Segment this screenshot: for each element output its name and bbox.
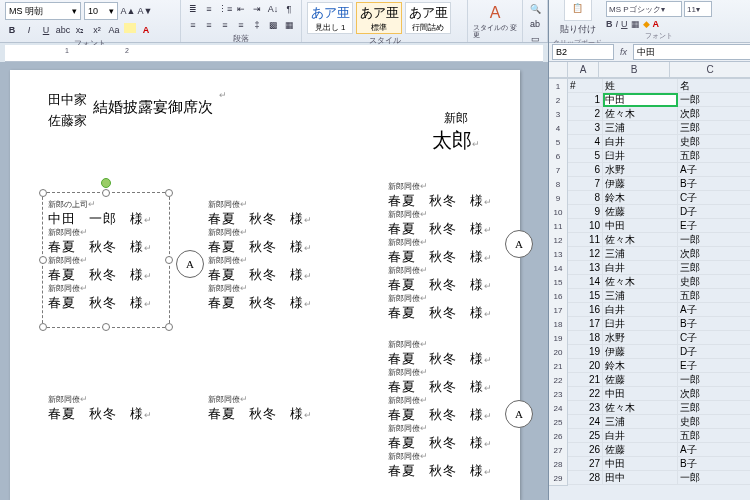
cell[interactable]: 一郎: [678, 471, 750, 485]
seating-table-1[interactable]: 新郎の上司↵中田 一郎 様↵新郎同僚↵春夏 秋冬 様↵新郎同僚↵春夏 秋冬 様↵…: [48, 200, 178, 312]
seating-table-2[interactable]: 新郎同僚↵春夏 秋冬 様↵新郎同僚↵春夏 秋冬 様↵新郎同僚↵春夏 秋冬 様↵新…: [208, 200, 338, 312]
shading-icon[interactable]: ▩: [266, 18, 280, 32]
cell[interactable]: 次郎: [678, 247, 750, 261]
cell[interactable]: 三浦: [603, 415, 678, 429]
cell[interactable]: 姓: [603, 79, 678, 93]
cell[interactable]: 中田: [603, 457, 678, 471]
multilevel-icon[interactable]: ⋮≡: [218, 2, 232, 16]
excel-font-size[interactable]: 11 ▾: [684, 1, 712, 17]
cell[interactable]: B子: [678, 457, 750, 471]
seating-table-4[interactable]: 新郎同僚↵春夏 秋冬 様↵新郎同僚↵春夏 秋冬 様↵新郎同僚↵春夏 秋冬 様↵新…: [388, 340, 518, 480]
cell[interactable]: 三郎: [678, 401, 750, 415]
align-left-icon[interactable]: ≡: [186, 18, 200, 32]
cell[interactable]: 佐々木: [603, 275, 678, 289]
row-header[interactable]: 9: [549, 191, 568, 206]
bullets-icon[interactable]: ≣: [186, 2, 200, 16]
row-header[interactable]: 5: [549, 135, 568, 150]
word-ruler[interactable]: 1 2: [5, 45, 543, 62]
excel-bold-button[interactable]: B: [606, 19, 613, 29]
formula-input[interactable]: 中田: [633, 44, 750, 60]
indent-dec-icon[interactable]: ⇤: [234, 2, 248, 16]
cell[interactable]: 水野: [603, 331, 678, 345]
cell[interactable]: 26: [568, 443, 603, 457]
row-header[interactable]: 1: [549, 79, 568, 94]
row-header[interactable]: 7: [549, 163, 568, 178]
seating-table-3[interactable]: 新郎同僚↵春夏 秋冬 様↵新郎同僚↵春夏 秋冬 様↵新郎同僚↵春夏 秋冬 様↵新…: [388, 182, 518, 322]
row-header[interactable]: 26: [549, 429, 568, 444]
cell[interactable]: 史郎: [678, 275, 750, 289]
cell[interactable]: 5: [568, 149, 603, 163]
row-header[interactable]: 14: [549, 261, 568, 276]
align-center-icon[interactable]: ≡: [202, 18, 216, 32]
table-marker-a3[interactable]: A: [505, 400, 533, 428]
cell[interactable]: 五郎: [678, 429, 750, 443]
cell[interactable]: 三浦: [603, 247, 678, 261]
change-styles-icon[interactable]: A: [490, 4, 501, 22]
excel-italic-button[interactable]: I: [616, 19, 619, 29]
font-size-select[interactable]: 10▾: [84, 2, 118, 20]
cell[interactable]: 伊藤: [603, 177, 678, 191]
line-spacing-icon[interactable]: ‡: [250, 18, 264, 32]
cell[interactable]: 27: [568, 457, 603, 471]
indent-inc-icon[interactable]: ⇥: [250, 2, 264, 16]
row-header[interactable]: 3: [549, 107, 568, 122]
cell[interactable]: 10: [568, 219, 603, 233]
cell[interactable]: E子: [678, 359, 750, 373]
cell[interactable]: 中田: [603, 93, 678, 107]
cell[interactable]: 白井: [603, 135, 678, 149]
row-header[interactable]: 18: [549, 317, 568, 332]
row-header[interactable]: 17: [549, 303, 568, 318]
row-header[interactable]: 12: [549, 233, 568, 248]
align-just-icon[interactable]: ≡: [234, 18, 248, 32]
cell[interactable]: 15: [568, 289, 603, 303]
row-header[interactable]: 11: [549, 219, 568, 234]
cell[interactable]: D子: [678, 345, 750, 359]
find-icon[interactable]: 🔍: [528, 2, 542, 16]
cell[interactable]: 20: [568, 359, 603, 373]
grow-font-icon[interactable]: A▲: [121, 4, 135, 18]
row-header[interactable]: 8: [549, 177, 568, 192]
excel-fontcolor-button[interactable]: A: [653, 19, 660, 29]
cell[interactable]: 8: [568, 191, 603, 205]
cell[interactable]: 佐藤: [603, 205, 678, 219]
bold-button[interactable]: B: [5, 23, 19, 37]
sort-icon[interactable]: A↓: [266, 2, 280, 16]
word-page-area[interactable]: 田中家 佐藤家 結婚披露宴御席次 ↵ 新郎 太郎↵ 新郎の上司↵中田 一郎 様↵…: [0, 62, 548, 500]
numbering-icon[interactable]: ≡: [202, 2, 216, 16]
cell[interactable]: 6: [568, 163, 603, 177]
row-header[interactable]: 20: [549, 345, 568, 360]
row-header[interactable]: 27: [549, 443, 568, 458]
cell[interactable]: 史郎: [678, 415, 750, 429]
row-header[interactable]: 13: [549, 247, 568, 262]
cell[interactable]: 3: [568, 121, 603, 135]
row-header[interactable]: 16: [549, 289, 568, 304]
cell[interactable]: 16: [568, 303, 603, 317]
cell[interactable]: 1: [568, 93, 603, 107]
style-nospacing[interactable]: あア亜行間詰め: [405, 2, 451, 34]
cell[interactable]: 中田: [603, 387, 678, 401]
cell[interactable]: 12: [568, 247, 603, 261]
row-header[interactable]: 6: [549, 149, 568, 164]
cell[interactable]: 佐々木: [603, 401, 678, 415]
cell[interactable]: 五郎: [678, 149, 750, 163]
row-header[interactable]: 22: [549, 373, 568, 388]
row-header[interactable]: 19: [549, 331, 568, 346]
cell[interactable]: B子: [678, 177, 750, 191]
cell[interactable]: 名: [678, 79, 750, 93]
case-button[interactable]: Aa: [107, 23, 121, 37]
row-header[interactable]: 24: [549, 401, 568, 416]
cell[interactable]: A子: [678, 163, 750, 177]
excel-border-button[interactable]: ▦: [631, 19, 640, 29]
row-header[interactable]: 21: [549, 359, 568, 374]
strike-button[interactable]: abc: [56, 23, 70, 37]
cell[interactable]: 次郎: [678, 387, 750, 401]
seating-table-5[interactable]: 新郎同僚↵春夏 秋冬 様↵: [48, 395, 178, 423]
cell[interactable]: 史郎: [678, 135, 750, 149]
table-marker-a2[interactable]: A: [505, 230, 533, 258]
row-header[interactable]: 15: [549, 275, 568, 290]
cell[interactable]: 三浦: [603, 289, 678, 303]
table-marker-a1[interactable]: A: [176, 250, 204, 278]
cell[interactable]: 一郎: [678, 233, 750, 247]
cell[interactable]: 4: [568, 135, 603, 149]
cell[interactable]: 三浦: [603, 121, 678, 135]
